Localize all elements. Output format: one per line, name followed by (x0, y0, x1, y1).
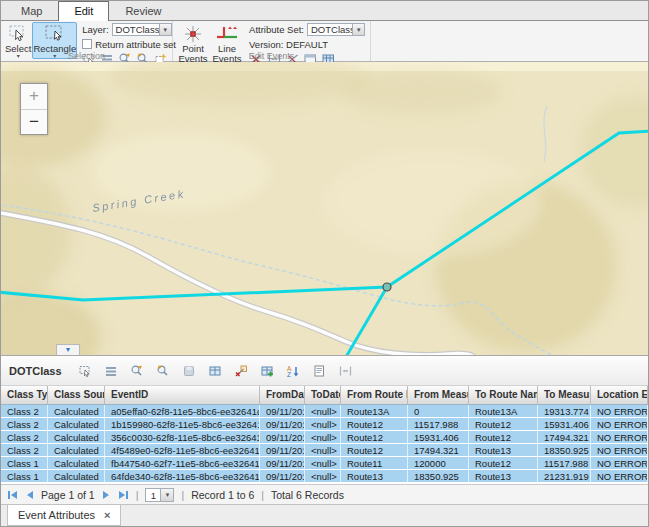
event-attributes-tab-label: Event Attributes (18, 509, 95, 521)
table-cell: Class 2 (1, 405, 48, 417)
fit-width-icon[interactable] (334, 361, 357, 381)
table-cell: Route13A (469, 405, 538, 417)
table-cell: <null> (305, 405, 341, 417)
table-cell: NO ERROR (591, 444, 648, 456)
column-header-eventid[interactable]: EventID (105, 386, 260, 404)
tab-event-attributes[interactable]: Event Attributes × (7, 505, 121, 526)
table-cell: 17494.321 (408, 444, 469, 456)
layer-label: Layer: (82, 24, 108, 35)
selection-group-label: Selection (1, 51, 172, 61)
add-records-icon[interactable] (256, 361, 279, 381)
remove-selection-icon[interactable] (230, 361, 253, 381)
chevron-down-icon: ▼ (57, 345, 79, 354)
table-cell: Calculated (48, 431, 105, 443)
table-cell: 11517.988 (538, 457, 591, 469)
junction-marker[interactable] (383, 283, 391, 291)
separator: | (261, 489, 264, 501)
table-cell: 09/11/2015 (260, 405, 305, 417)
table-cell: 18350.925 (538, 444, 591, 456)
column-header-from-route-name[interactable]: From Route Name (341, 386, 408, 404)
table-cell: NO ERROR (591, 470, 648, 482)
table-body: Class 2Calculateda05effa0-62f8-11e5-8bc6… (1, 405, 648, 483)
table-cell: Route13 (469, 470, 538, 482)
panel-title: DOTClass (9, 365, 62, 377)
line-events-icon (211, 24, 243, 44)
table-cell: <null> (305, 457, 341, 469)
chevron-down-icon: ▼ (160, 489, 173, 501)
table-cell: Calculated (48, 418, 105, 430)
table-row[interactable]: Class 2Calculateda05effa0-62f8-11e5-8bc6… (1, 405, 648, 418)
table-cell: 09/11/2015 (260, 470, 305, 482)
table-header-row: Class TypeClass SourceEventIDFromDateToD… (1, 386, 648, 405)
table-row[interactable]: Class 2Calculated4f5489e0-62f8-11e5-8bc6… (1, 444, 648, 457)
select-tool-icon (5, 24, 31, 44)
column-header-todate[interactable]: ToDate (305, 386, 341, 404)
layer-select[interactable]: DOTClass ▼ (112, 23, 172, 36)
table-cell: a05effa0-62f8-11e5-8bc6-ee32641d5ec9 (105, 405, 260, 417)
table-cell: 19313.774 (538, 405, 591, 417)
attribute-set-value: DOTClass (308, 24, 352, 35)
select-records-icon[interactable] (74, 361, 97, 381)
separator: | (136, 489, 139, 501)
tab-review[interactable]: Review (109, 1, 177, 20)
table-cell: Route13 (341, 470, 408, 482)
table-cell: NO ERROR (591, 457, 648, 469)
attribute-page-icon[interactable] (308, 361, 331, 381)
table-cell: 0 (408, 405, 469, 417)
column-header-to-route-name[interactable]: To Route Name (469, 386, 538, 404)
table-cell: NO ERROR (591, 405, 648, 417)
column-header-location-error[interactable]: Location Error (591, 386, 648, 404)
table-cell: 21231.919 (538, 470, 591, 482)
zoom-to-selection-icon[interactable] (126, 361, 149, 381)
table-row[interactable]: Class 1Calculatedfb447540-62f7-11e5-8bc6… (1, 457, 648, 470)
table-cell: Route12 (341, 418, 408, 430)
table-cell: Class 2 (1, 431, 48, 443)
table-cell: Calculated (48, 405, 105, 417)
table-cell: Route12 (469, 418, 538, 430)
page-select-value: 1 (146, 489, 160, 501)
previous-page-button[interactable] (25, 490, 34, 500)
table-cell: NO ERROR (591, 431, 648, 443)
zoom-in-button[interactable]: + (21, 84, 47, 109)
tab-map[interactable]: Map (5, 1, 58, 20)
zoom-out-button[interactable]: − (21, 109, 47, 134)
map-canvas[interactable]: Spring Creek + − ▼ (1, 62, 648, 355)
column-header-fromdate[interactable]: FromDate (260, 386, 305, 404)
column-header-class-type[interactable]: Class Type (1, 386, 48, 404)
show-selection-icon[interactable] (100, 361, 123, 381)
tab-edit[interactable]: Edit (58, 1, 109, 21)
table-cell: Route13A (341, 405, 408, 417)
table-row[interactable]: Class 2Calculated356c0030-62f8-11e5-8bc6… (1, 431, 648, 444)
open-table-icon[interactable] (204, 361, 227, 381)
attribute-set-select[interactable]: DOTClass ▼ (307, 23, 365, 36)
table-cell: 09/11/2015 (260, 444, 305, 456)
total-records-text: Total 6 Records (271, 489, 344, 501)
table-cell: 09/11/2015 (260, 457, 305, 469)
column-header-class-source[interactable]: Class Source (48, 386, 105, 404)
map-zoom-control: + − (20, 83, 48, 135)
panel-collapse-handle[interactable]: ▼ (56, 344, 80, 355)
column-header-to-measure[interactable]: To Measure (538, 386, 591, 404)
column-header-from-measure[interactable]: From Measure (408, 386, 469, 404)
close-icon[interactable]: × (104, 510, 110, 520)
point-events-icon (177, 24, 209, 44)
return-attribute-set-checkbox[interactable] (82, 39, 92, 49)
table-row[interactable]: Class 1Calculated64fde340-62f8-11e5-8bc6… (1, 470, 648, 483)
table-cell: 64fde340-62f8-11e5-8bc6-ee32641d5ec9 (105, 470, 260, 482)
version-text: Version: DEFAULT (249, 39, 328, 50)
pan-to-selection-icon[interactable] (152, 361, 175, 381)
event-attributes-panel: DOTClass AZ Class TypeClass SourceEventI… (1, 355, 648, 504)
table-cell: 15931.406 (538, 418, 591, 430)
ribbon-content: Select ▾ Rectangle ▾ Layer: DOTClass (1, 21, 648, 61)
save-icon[interactable] (178, 361, 201, 381)
page-select[interactable]: 1 ▼ (145, 488, 174, 502)
sort-icon[interactable]: AZ (282, 361, 305, 381)
last-page-button[interactable] (118, 490, 129, 500)
next-page-button[interactable] (102, 490, 111, 500)
rectangle-tool-icon (33, 24, 76, 44)
table-cell: 4f5489e0-62f8-11e5-8bc6-ee32641d5ec9 (105, 444, 260, 456)
table-row[interactable]: Class 2Calculated1b159980-62f8-11e5-8bc6… (1, 418, 648, 431)
first-page-button[interactable] (7, 490, 18, 500)
table-cell: Route12 (341, 431, 408, 443)
table-cell: Calculated (48, 457, 105, 469)
